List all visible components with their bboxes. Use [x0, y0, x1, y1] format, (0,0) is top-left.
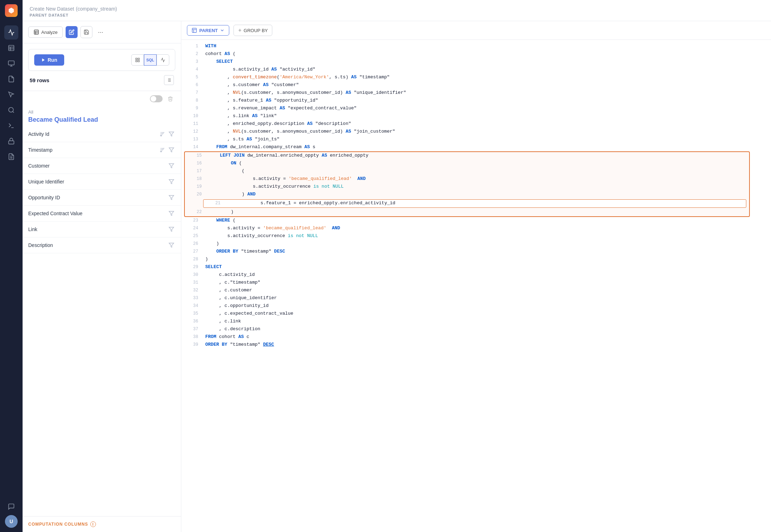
code-line-14: 14 FROM dw_internal.company_stream AS s	[181, 144, 771, 151]
svg-line-8	[13, 111, 14, 113]
sort-rows-button[interactable]	[164, 75, 174, 85]
filter-field-activity-id[interactable]	[168, 130, 175, 138]
computation-label: COMPUTATION COLUMNS i	[28, 521, 175, 527]
sidebar-item-people[interactable]	[4, 103, 18, 117]
chart-view-button[interactable]	[157, 54, 169, 66]
code-line-5: 5 , convert_timezone('America/New_York',…	[181, 74, 771, 81]
toggle-switch[interactable]	[150, 95, 163, 102]
sql-label: SQL	[146, 58, 154, 62]
rows-count-text: 59 rows	[30, 77, 49, 83]
sidebar-item-integrations[interactable]	[4, 72, 18, 86]
sort-asc-icon	[159, 131, 165, 137]
sidebar-item-cursor[interactable]	[4, 87, 18, 102]
filter-field-customer[interactable]	[168, 162, 175, 170]
info-icon[interactable]: i	[90, 521, 96, 527]
code-line-13: 13 , s.ts AS "join_ts"	[181, 136, 771, 144]
svg-marker-32	[169, 195, 174, 200]
sidebar-item-datasets[interactable]	[4, 56, 18, 71]
code-line-7: 7 , NVL(s.customer, s.anonymous_customer…	[181, 89, 771, 97]
field-name-timestamp: Timestamp	[28, 147, 158, 153]
save-button[interactable]	[80, 26, 92, 38]
filter-field-link[interactable]	[168, 225, 175, 233]
code-line-31: 31 , c."timestamp"	[181, 279, 771, 287]
code-line-32: 32 , c.customer	[181, 287, 771, 295]
run-controls: Run SQL	[28, 49, 175, 71]
sql-editor-panel: PARENT + GROUP BY 1 WITH 2 cohort AS (	[181, 21, 771, 532]
svg-marker-29	[169, 148, 174, 152]
code-line-8: 8 , s.feature_1 AS "opportunity_id"	[181, 97, 771, 105]
sql-view-button[interactable]: SQL	[144, 54, 157, 66]
sort-field-timestamp[interactable]	[158, 146, 166, 154]
code-line-34: 34 , c.opportunity_id	[181, 302, 771, 310]
analyze-button[interactable]: Analyze	[28, 26, 63, 38]
code-line-17: 17 (	[185, 168, 749, 175]
save-icon	[84, 29, 89, 35]
filter-icon-ecv	[169, 211, 174, 216]
code-line-24: 24 s.activity = 'became_qualified_lead' …	[181, 225, 771, 232]
field-item-link: Link	[23, 222, 181, 237]
sidebar-item-analytics[interactable]	[4, 25, 18, 40]
grid-view-button[interactable]	[131, 54, 144, 66]
code-line-33: 33 , c.unique_identifier	[181, 295, 771, 302]
svg-point-7	[9, 108, 13, 112]
field-name-opportunity-id: Opportunity ID	[28, 195, 168, 200]
sort-icon-timestamp	[159, 147, 165, 153]
run-play-icon	[41, 58, 45, 62]
field-icons-link	[168, 225, 175, 233]
sidebar: U	[0, 0, 23, 532]
svg-rect-13	[34, 30, 38, 34]
code-line-11: 11 , enriched_oppty.description AS "desc…	[181, 120, 771, 128]
toggle-row	[23, 91, 181, 107]
toggle-thumb	[151, 96, 156, 102]
filter-field-opportunity-id[interactable]	[168, 194, 175, 201]
field-name-link: Link	[28, 226, 168, 232]
code-line-3: 3 SELECT	[181, 58, 771, 66]
sort-field-activity-id[interactable]	[158, 130, 166, 138]
field-item-ecv: Expected Contract Value	[23, 206, 181, 222]
filter-field-ecv[interactable]	[168, 210, 175, 217]
filter-icon-unique-id	[169, 179, 174, 185]
field-name-customer: Customer	[28, 163, 168, 169]
delete-button[interactable]	[165, 94, 175, 104]
code-line-10: 10 , s.link AS "link"	[181, 113, 771, 120]
code-line-38: 38 FROM cohort AS c	[181, 333, 771, 341]
sidebar-item-chat[interactable]	[4, 500, 18, 514]
filter-field-timestamp[interactable]	[168, 146, 175, 154]
code-line-35: 35 , c.expected_contract_value	[181, 310, 771, 318]
code-line-39: 39 ORDER BY "timestamp" DESC	[181, 341, 771, 349]
code-line-4: 4 s.activity_id AS "activity_id"	[181, 66, 771, 74]
sidebar-item-docs[interactable]	[4, 150, 18, 164]
svg-marker-33	[169, 211, 174, 216]
code-line-6: 6 , s.customer AS "customer"	[181, 81, 771, 89]
code-line-23: 23 WHERE (	[181, 217, 771, 225]
user-avatar[interactable]: U	[5, 515, 18, 528]
code-line-9: 9 , s.revenue_impact AS "expected_contra…	[181, 105, 771, 113]
run-button[interactable]: Run	[34, 54, 64, 66]
code-editor[interactable]: 1 WITH 2 cohort AS ( 3 SELECT 4 s.activi…	[181, 40, 771, 532]
more-options-button[interactable]: ···	[95, 27, 106, 37]
filter-field-unique-identifier[interactable]	[168, 178, 175, 186]
filter-field-description[interactable]	[168, 241, 175, 249]
code-line-21: 21 s.feature_1 = enriched_oppty.enriched…	[204, 200, 746, 207]
inner-highlight-line-21: 21 s.feature_1 = enriched_oppty.enriched…	[203, 199, 746, 208]
field-icons-unique-identifier	[168, 178, 175, 186]
field-icons-ecv	[168, 210, 175, 217]
sidebar-item-terminal[interactable]	[4, 119, 18, 133]
code-line-1: 1 WITH	[181, 43, 771, 50]
dataset-selector[interactable]: PARENT	[187, 25, 229, 36]
group-by-button[interactable]: + GROUP BY	[233, 25, 272, 36]
sidebar-item-tables[interactable]	[4, 41, 18, 55]
svg-rect-20	[136, 60, 137, 62]
field-item-timestamp: Timestamp	[23, 142, 181, 158]
field-name-unique-identifier: Unique Identifier	[28, 179, 168, 185]
code-line-16: 16 ON (	[185, 160, 749, 168]
code-line-19: 19 s.activity_occurrence is not NULL	[185, 183, 749, 191]
code-line-36: 36 , c.link	[181, 318, 771, 326]
plus-icon: +	[238, 27, 241, 34]
svg-marker-35	[169, 243, 174, 247]
view-toggle-group: SQL	[131, 54, 169, 66]
filter-icon	[169, 131, 174, 137]
edit-button[interactable]	[66, 26, 78, 38]
code-line-30: 30 c.activity_id	[181, 271, 771, 279]
sidebar-item-security[interactable]	[4, 134, 18, 148]
